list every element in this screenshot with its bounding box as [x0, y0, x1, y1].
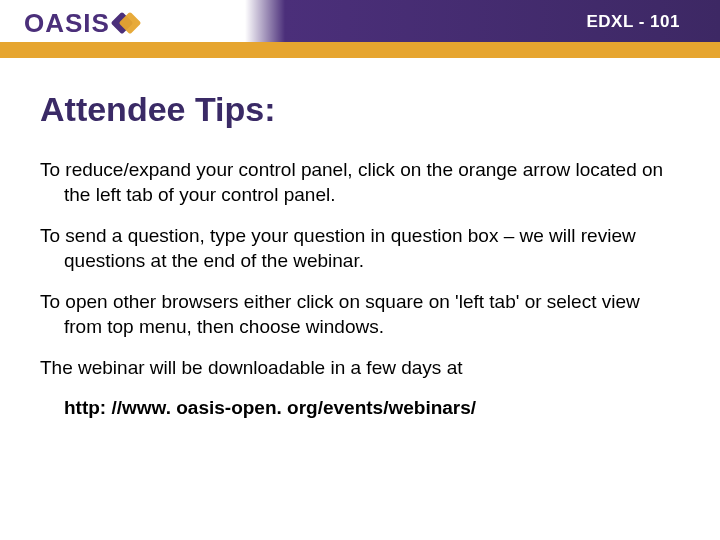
header-label: EDXL - 101 [586, 12, 680, 32]
tip-text: To open other browsers either click on s… [40, 289, 680, 339]
tip-text: To send a question, type your question i… [40, 223, 680, 273]
slide: EDXL - 101 OASIS Attendee Tips: To reduc… [0, 0, 720, 540]
tip-item: To open other browsers either click on s… [40, 289, 680, 339]
logo-text: OASIS [24, 8, 110, 39]
tip-item: To send a question, type your question i… [40, 223, 680, 273]
header-gradient [245, 0, 285, 46]
tip-text: The webinar will be downloadable in a fe… [40, 355, 680, 380]
header-band-gold [0, 42, 720, 58]
tip-item: The webinar will be downloadable in a fe… [40, 355, 680, 380]
header: EDXL - 101 OASIS [0, 0, 720, 58]
content: Attendee Tips: To reduce/expand your con… [40, 90, 680, 419]
download-url: http: //www. oasis-open. org/events/webi… [40, 397, 680, 419]
oasis-logo: OASIS [24, 8, 140, 39]
tip-item: To reduce/expand your control panel, cli… [40, 157, 680, 207]
tip-text: To reduce/expand your control panel, cli… [40, 157, 680, 207]
slide-body: To reduce/expand your control panel, cli… [40, 157, 680, 419]
logo-mark-icon [114, 11, 140, 37]
slide-title: Attendee Tips: [40, 90, 680, 129]
